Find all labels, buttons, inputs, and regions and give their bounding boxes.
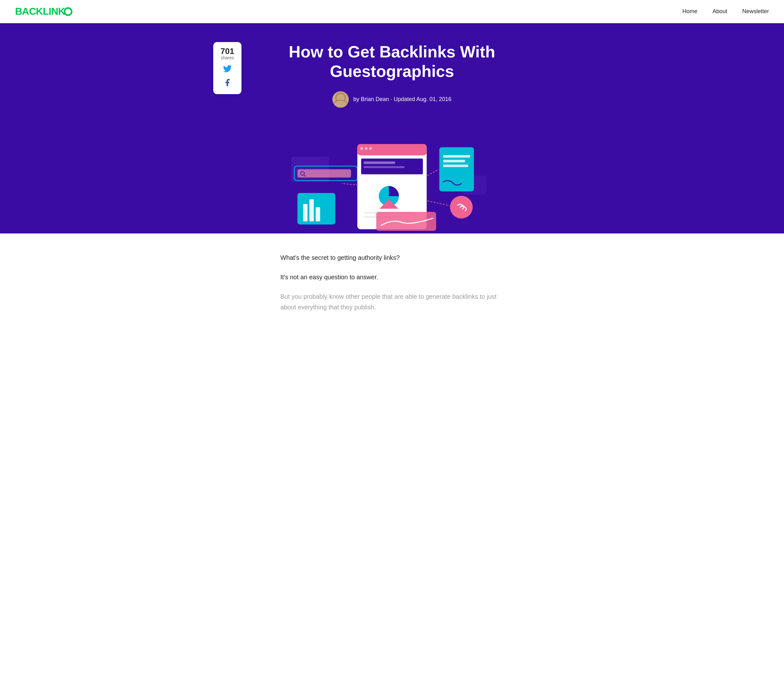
logo-ring-icon	[64, 7, 73, 16]
svg-rect-5	[291, 157, 329, 182]
svg-rect-18	[364, 166, 405, 168]
svg-rect-35	[376, 212, 436, 230]
twitter-share-button[interactable]	[220, 64, 235, 76]
nav-item-about[interactable]: About	[713, 8, 727, 15]
hero-section: 701 shares How to Get Backlinks With Gue…	[0, 23, 784, 234]
hero-svg-illustration	[272, 138, 512, 232]
svg-rect-15	[369, 147, 372, 150]
svg-rect-25	[443, 160, 465, 162]
author-line: by Brian Dean · Updated Aug. 01, 2016	[251, 91, 533, 108]
nav-link-home[interactable]: Home	[682, 8, 697, 15]
share-label: shares	[220, 55, 235, 60]
main-content: What's the secret to getting authority l…	[273, 234, 511, 346]
author-avatar	[332, 91, 349, 108]
article-title: How to Get Backlinks With Guestographics	[251, 42, 533, 81]
hero-illustration	[257, 123, 527, 234]
svg-line-34	[428, 201, 449, 206]
svg-rect-31	[316, 207, 320, 221]
share-widget: 701 shares	[213, 42, 241, 94]
content-para-1: What's the secret to getting authority l…	[280, 252, 504, 263]
site-logo[interactable]: BACKLINK	[15, 6, 73, 17]
navbar: BACKLINK Home About Newsletter	[0, 0, 784, 23]
svg-point-1	[337, 94, 344, 101]
svg-rect-24	[443, 155, 470, 157]
svg-rect-26	[443, 164, 468, 167]
svg-rect-17	[364, 161, 395, 164]
svg-rect-29	[303, 204, 308, 221]
author-avatar-image	[332, 91, 349, 108]
content-para-2: It's not an easy question to answer.	[280, 272, 504, 282]
svg-point-0	[332, 91, 349, 108]
svg-line-27	[428, 169, 439, 175]
svg-line-32	[342, 183, 358, 185]
facebook-share-button[interactable]	[220, 78, 235, 89]
nav-item-newsletter[interactable]: Newsletter	[742, 8, 769, 15]
nav-item-home[interactable]: Home	[682, 8, 697, 15]
share-count: 701	[220, 47, 235, 55]
logo-text: BACKLINK	[15, 6, 65, 17]
svg-point-4	[342, 97, 342, 97]
svg-point-3	[339, 97, 340, 97]
svg-point-2	[335, 101, 346, 108]
svg-rect-14	[365, 147, 368, 150]
content-para-3: But you probably know other people that …	[280, 291, 504, 313]
hero-inner: 701 shares How to Get Backlinks With Gue…	[251, 42, 533, 234]
nav-link-newsletter[interactable]: Newsletter	[742, 8, 769, 15]
svg-point-33	[450, 196, 473, 218]
nav-links: Home About Newsletter	[682, 8, 769, 15]
svg-rect-30	[309, 199, 314, 221]
nav-link-about[interactable]: About	[713, 8, 727, 15]
svg-rect-12	[357, 144, 426, 155]
author-text: by Brian Dean · Updated Aug. 01, 2016	[353, 96, 451, 102]
svg-rect-13	[360, 147, 363, 150]
